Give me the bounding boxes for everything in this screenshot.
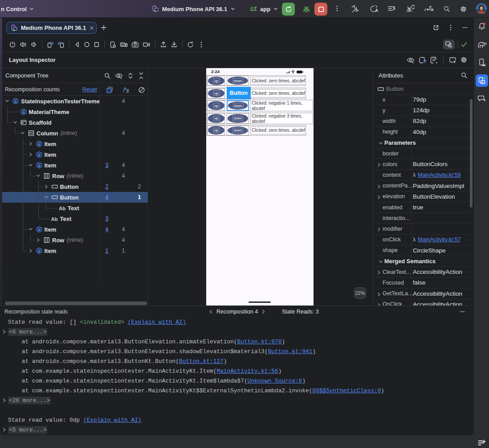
- recomposition-count-link[interactable]: 1: [101, 245, 113, 256]
- home-icon[interactable]: [84, 41, 90, 48]
- layout-inspector-strip-button[interactable]: [476, 74, 488, 87]
- attr-row-GetTextLa[interactable]: GetTextLa...AccessibilityAction: [373, 289, 473, 299]
- down-button[interactable]: down: [227, 100, 249, 111]
- tree-row-stateinspectiontestertheme[interactable]: StateInspectionTesterTheme4: [2, 96, 148, 106]
- state-reads-console[interactable]: State read value: [] <invalidated> (Expl…: [0, 317, 473, 436]
- recomposition-count-link[interactable]: 4: [101, 192, 113, 203]
- project-widget[interactable]: n Control: [1, 0, 34, 18]
- attr-row-ClearText[interactable]: ClearText...AccessibilityAction: [373, 267, 473, 277]
- chevron-collapsed-icon[interactable]: [376, 302, 382, 305]
- power-icon[interactable]: [9, 41, 16, 48]
- search-icon[interactable]: [104, 72, 111, 79]
- recomposition-count-link[interactable]: 4: [101, 224, 113, 235]
- minimize-icon[interactable]: [462, 24, 468, 31]
- fold-expand-icon[interactable]: [2, 329, 7, 334]
- gradle-sync-icon[interactable]: [424, 5, 434, 13]
- volume-up-icon[interactable]: [20, 41, 27, 48]
- attr-row-onClick[interactable]: onClickλMainActivity.kt:57: [373, 235, 473, 245]
- chevron-collapsed-icon[interactable]: [376, 292, 382, 297]
- rotate-right-icon[interactable]: [57, 41, 65, 48]
- attributes-scrollbar[interactable]: [470, 99, 473, 208]
- console-link[interactable]: (Explain with AI): [128, 319, 186, 326]
- avatar[interactable]: [476, 3, 487, 15]
- attr-row-x[interactable]: x79dp: [373, 94, 473, 105]
- chevron-collapsed-icon[interactable]: [44, 184, 49, 189]
- fold-expand-icon[interactable]: [2, 398, 7, 403]
- attr-row-colors[interactable]: colorsButtonColors: [373, 159, 473, 170]
- chevron-collapsed-icon[interactable]: [376, 270, 382, 275]
- upload-icon[interactable]: [160, 41, 167, 48]
- console-link[interactable]: Unknown Source:6: [248, 378, 302, 384]
- attr-row-width[interactable]: width82dp: [373, 116, 473, 126]
- volume-down-icon[interactable]: [30, 41, 37, 48]
- gear-icon[interactable]: [460, 56, 468, 64]
- chevron-expanded-icon[interactable]: [378, 259, 383, 265]
- console-link[interactable]: MainActivity.kt:56: [216, 368, 278, 375]
- attr-row-elevation[interactable]: elevationButtonElevation: [373, 191, 473, 202]
- snapshot-icon[interactable]: [430, 56, 438, 64]
- expand-all-icon[interactable]: [127, 72, 134, 79]
- tree-row-scaffold[interactable]: Scaffold: [2, 117, 148, 128]
- apply-changes-icon[interactable]: [369, 5, 378, 13]
- debug-button[interactable]: [300, 3, 313, 16]
- skipped-count-column-icon[interactable]: [122, 86, 130, 93]
- settings-gear-icon[interactable]: [460, 5, 467, 13]
- attr-row-shape[interactable]: shapeCircleShape: [373, 245, 473, 256]
- reset-counts-link[interactable]: Reset: [82, 83, 97, 95]
- chevron-expanded-icon[interactable]: [28, 227, 33, 232]
- toolbar-more-button[interactable]: [334, 5, 341, 12]
- down-button[interactable]: down: [227, 76, 249, 86]
- close-icon[interactable]: [89, 25, 94, 31]
- attr-row-border[interactable]: border: [373, 148, 473, 159]
- gemini-button[interactable]: [474, 94, 489, 103]
- device-tab[interactable]: Medium Phone API 36.1: [6, 22, 97, 34]
- chevron-collapsed-icon[interactable]: [28, 248, 33, 253]
- chevron-collapsed-icon[interactable]: [28, 152, 33, 157]
- tree-row-row[interactable]: Row(inline)4: [2, 235, 148, 245]
- tree-row-text[interactable]: AbText: [2, 203, 148, 213]
- hardware-input-icon[interactable]: [120, 41, 128, 48]
- pick-element-icon[interactable]: [448, 56, 457, 64]
- console-link[interactable]: D8$$SyntheticClass:0: [312, 387, 381, 394]
- recomposition-count-link[interactable]: 2: [101, 181, 113, 192]
- console-link[interactable]: (Explain with AI): [83, 417, 142, 424]
- run-config-selector[interactable]: app: [249, 0, 278, 18]
- chevron-expanded-icon[interactable]: [44, 195, 49, 200]
- download-icon[interactable]: [171, 41, 178, 48]
- chevron-expanded-icon[interactable]: [28, 163, 33, 168]
- attr-row-interactio[interactable]: interactio...: [373, 213, 473, 224]
- source-location-link[interactable]: MainActivity.kt:59: [418, 172, 460, 178]
- stop-button[interactable]: [314, 3, 327, 16]
- up-button[interactable]: up: [207, 113, 225, 124]
- screenshot-icon[interactable]: [131, 41, 139, 48]
- attr-row-y[interactable]: y124dp: [373, 105, 473, 116]
- attr-row-content[interactable]: contentλMainActivity.kt:59: [373, 170, 473, 180]
- fold-marker[interactable]: <28 more...>: [8, 397, 51, 404]
- more-kebab-icon[interactable]: [447, 24, 454, 31]
- collapse-all-icon[interactable]: [138, 72, 145, 79]
- view-options-icon[interactable]: [406, 56, 415, 64]
- open-new-window-icon[interactable]: [432, 24, 440, 31]
- rotate-left-icon[interactable]: [47, 41, 54, 48]
- tree-horizontal-scrollbar[interactable]: [5, 301, 147, 305]
- more-kebab-icon[interactable]: [198, 41, 205, 48]
- attr-row-enabled[interactable]: enabledtrue: [373, 202, 473, 213]
- tree-row-materialtheme[interactable]: MaterialTheme: [2, 106, 148, 117]
- search-icon[interactable]: [443, 5, 450, 12]
- recomposition-count-link[interactable]: 3: [101, 160, 113, 171]
- source-location-link[interactable]: MainActivity.kt:57: [418, 236, 460, 243]
- screen-record-icon[interactable]: [143, 41, 151, 48]
- add-tab-button[interactable]: [101, 24, 107, 31]
- attr-section-parameters[interactable]: Parameters: [373, 138, 473, 148]
- tree-row-button[interactable]: Button41: [2, 192, 148, 203]
- attr-row-OnClick[interactable]: OnClickAccessibilityAction: [373, 299, 473, 305]
- running-devices-button[interactable]: [474, 58, 489, 67]
- chevron-expanded-icon[interactable]: [378, 141, 383, 146]
- recomposition-count-column-icon[interactable]: [106, 86, 114, 94]
- attr-row-Focused[interactable]: Focusedfalse: [373, 277, 473, 288]
- recomposition-count-link[interactable]: 3: [101, 213, 113, 224]
- notifications-button[interactable]: [474, 22, 489, 32]
- live-updates-icon[interactable]: [418, 56, 427, 64]
- zoom-level-badge[interactable]: 22%: [354, 287, 366, 299]
- attr-row-contentPa[interactable]: contentPa...PaddingValuesImpl: [373, 181, 473, 191]
